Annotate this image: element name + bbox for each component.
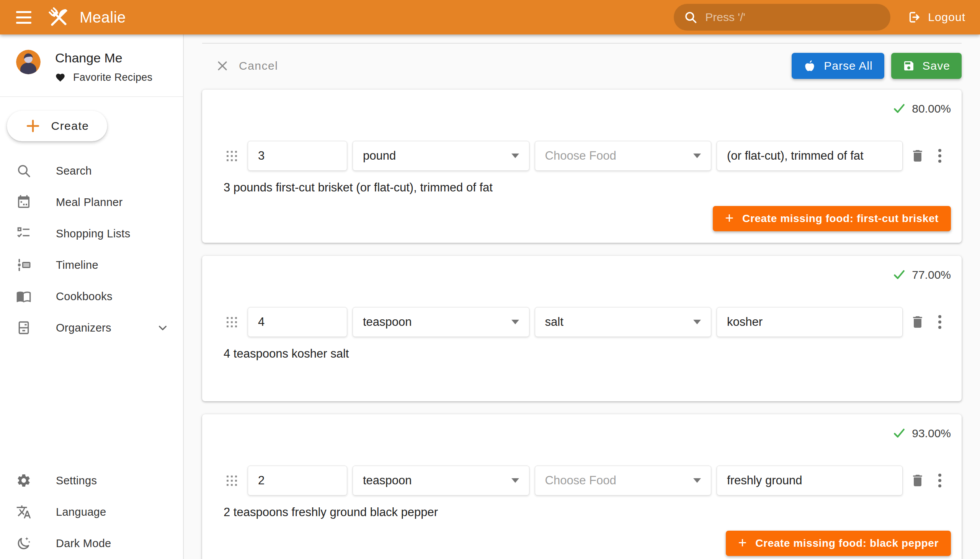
- menu-icon[interactable]: [12, 5, 36, 30]
- parse-all-label: Parse All: [824, 60, 873, 72]
- unit-select[interactable]: teaspoon: [352, 466, 529, 495]
- sidebar-divider: [0, 96, 183, 97]
- note-input[interactable]: [717, 466, 903, 495]
- sidebar-item-cookbooks[interactable]: Cookbooks: [0, 281, 183, 312]
- confidence-indicator: 80.00%: [223, 100, 951, 117]
- sidebar-bottom-nav: Settings Language: [0, 465, 183, 559]
- sidebar-item-shopping-lists[interactable]: Shopping Lists: [0, 218, 183, 249]
- quantity-input[interactable]: [248, 307, 347, 337]
- favorite-recipes-label: Favorite Recipes: [73, 71, 152, 83]
- user-name: Change Me: [55, 51, 152, 66]
- food-select[interactable]: Choose Food: [535, 466, 712, 495]
- sidebar-item-label: Settings: [56, 475, 97, 487]
- translate-icon: [15, 504, 32, 519]
- sidebar-item-language[interactable]: Language: [0, 496, 183, 528]
- ingredient-row: teaspoon salt: [223, 307, 951, 337]
- drag-handle-icon[interactable]: [226, 151, 237, 161]
- original-ingredient-text: 4 teaspoons kosher salt: [223, 347, 951, 361]
- confidence-indicator: 93.00%: [223, 425, 951, 442]
- app-title: Mealie: [79, 9, 126, 26]
- food-select[interactable]: Choose Food: [535, 141, 712, 171]
- dropdown-arrow-icon: [511, 320, 519, 324]
- cancel-button[interactable]: Cancel: [212, 56, 282, 75]
- drag-handle-icon[interactable]: [226, 476, 237, 486]
- unit-select[interactable]: pound: [352, 141, 529, 171]
- dropdown-arrow-icon: [511, 478, 519, 483]
- logout-icon: [907, 10, 921, 24]
- food-select[interactable]: salt: [535, 307, 712, 337]
- create-button[interactable]: Create: [7, 111, 107, 141]
- user-meta: Change Me Favorite Recipes: [55, 50, 152, 83]
- logout-button[interactable]: Logout: [904, 5, 969, 30]
- confidence-value: 93.00%: [912, 427, 951, 440]
- quantity-input[interactable]: [248, 466, 347, 495]
- dropdown-arrow-icon: [693, 154, 701, 158]
- moon-icon: [15, 536, 32, 551]
- save-button[interactable]: Save: [891, 53, 962, 79]
- sidebar-item-meal-planner[interactable]: Meal Planner: [0, 187, 183, 218]
- original-ingredient-text: 2 teaspoons freshly ground black pepper: [223, 505, 951, 519]
- delete-button[interactable]: [907, 470, 929, 491]
- plus-icon: +: [738, 535, 747, 550]
- parse-all-button[interactable]: Parse All: [792, 53, 884, 79]
- note-input[interactable]: [717, 307, 903, 337]
- chevron-down-icon: [156, 321, 169, 334]
- dropdown-arrow-icon: [511, 154, 519, 158]
- delete-button[interactable]: [907, 145, 929, 167]
- sidebar-item-search[interactable]: Search: [0, 155, 183, 187]
- ingredient-cards: 80.00% pound Choose Food: [202, 89, 962, 559]
- save-label: Save: [922, 60, 950, 72]
- create-missing-food-label: Create missing food: first-cut brisket: [742, 212, 939, 225]
- unit-value: teaspoon: [363, 315, 412, 329]
- create-button-label: Create: [51, 119, 89, 132]
- confidence-indicator: 77.00%: [223, 266, 951, 283]
- create-missing-food-label: Create missing food: black pepper: [755, 537, 939, 549]
- search-icon: [684, 10, 697, 24]
- sidebar-item-label: Timeline: [56, 259, 98, 271]
- sidebar-item-label: Meal Planner: [56, 196, 122, 209]
- timeline-icon: [15, 257, 32, 273]
- ingredient-card: 77.00% teaspoon salt: [202, 256, 962, 401]
- unit-value: teaspoon: [363, 474, 412, 488]
- trash-icon: [910, 473, 925, 488]
- create-missing-food-button[interactable]: + Create missing food: black pepper: [726, 531, 951, 556]
- global-search[interactable]: [674, 4, 891, 31]
- sidebar-item-timeline[interactable]: Timeline: [0, 249, 183, 281]
- kebab-menu-icon[interactable]: [929, 311, 951, 333]
- global-search-input[interactable]: [705, 11, 881, 24]
- organizer-icon: [15, 320, 32, 336]
- create-missing-food-button[interactable]: + Create missing food: first-cut brisket: [713, 206, 951, 231]
- checklist-icon: [15, 226, 32, 241]
- cookbook-icon: [15, 289, 32, 304]
- note-input[interactable]: [717, 141, 903, 171]
- food-value: Choose Food: [545, 149, 616, 163]
- sidebar-item-label: Search: [56, 165, 92, 177]
- sidebar-item-dark-mode[interactable]: Dark Mode: [0, 528, 183, 559]
- apple-icon: [803, 60, 816, 72]
- sidebar-item-label: Language: [56, 506, 106, 518]
- check-icon: [892, 426, 907, 441]
- dropdown-arrow-icon: [693, 320, 701, 324]
- kebab-menu-icon[interactable]: [929, 145, 951, 167]
- avatar[interactable]: [16, 50, 41, 74]
- logout-label: Logout: [928, 11, 965, 24]
- drag-handle-icon[interactable]: [226, 317, 237, 327]
- quantity-input[interactable]: [248, 141, 347, 171]
- check-icon: [892, 101, 907, 116]
- sidebar-item-label: Organizers: [56, 322, 111, 334]
- sidebar-item-organizers[interactable]: Organizers: [0, 312, 183, 344]
- search-icon: [15, 163, 32, 179]
- food-value: Choose Food: [545, 474, 616, 488]
- close-icon: [216, 60, 229, 72]
- delete-button[interactable]: [907, 311, 929, 333]
- sidebar-item-settings[interactable]: Settings: [0, 465, 183, 496]
- ingredient-card: 93.00% teaspoon Choose Food: [202, 414, 962, 559]
- kebab-menu-icon[interactable]: [929, 470, 951, 491]
- unit-value: pound: [363, 149, 396, 163]
- unit-select[interactable]: teaspoon: [352, 307, 529, 337]
- favorite-recipes-link[interactable]: Favorite Recipes: [55, 71, 152, 83]
- body-row: Change Me Favorite Recipes Create: [0, 35, 980, 559]
- mealie-logo-icon: [47, 5, 70, 29]
- dropdown-arrow-icon: [693, 478, 701, 483]
- sidebar-nav: Search Meal Planner: [0, 155, 183, 344]
